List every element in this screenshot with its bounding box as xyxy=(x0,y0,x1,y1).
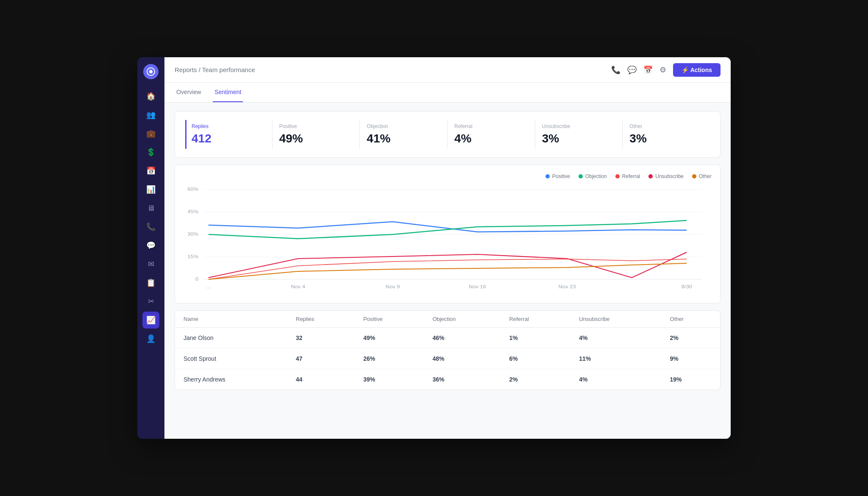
stat-referral-value: 4% xyxy=(454,132,528,145)
svg-text:60%: 60% xyxy=(187,187,198,192)
col-positive: Positive xyxy=(355,311,424,328)
stat-objection-label: Objection xyxy=(367,123,440,129)
sidebar-item-screen[interactable]: 🖥 xyxy=(142,200,159,217)
cell-unsubscribe-1: 11% xyxy=(570,348,661,369)
cell-name-0: Jane Olson xyxy=(175,328,287,348)
tab-overview[interactable]: Overview xyxy=(175,83,203,102)
cell-other-1: 9% xyxy=(662,348,720,369)
chart-container: Positive Objection Referral Unsubscribe xyxy=(175,164,721,304)
filter-icon[interactable]: ⚙ xyxy=(659,65,666,75)
sidebar-item-contacts[interactable]: 👥 xyxy=(142,106,159,123)
sidebar-item-home[interactable]: 🏠 xyxy=(142,88,159,105)
legend-unsubscribe: Unsubscribe xyxy=(648,173,684,179)
performance-table: Name Replies Positive Objection Referral… xyxy=(175,311,720,390)
cell-positive-0: 49% xyxy=(355,328,424,348)
svg-text:8/30: 8/30 xyxy=(682,284,693,290)
stat-positive: Positive 49% xyxy=(273,120,360,149)
legend-referral: Referral xyxy=(615,173,640,179)
sidebar-item-reports-alt[interactable]: 📊 xyxy=(142,181,159,198)
svg-text:0: 0 xyxy=(195,276,199,282)
table-container: Name Replies Positive Objection Referral… xyxy=(175,310,721,390)
sidebar-item-calendar[interactable]: 📅 xyxy=(142,162,159,179)
legend-dot-objection xyxy=(579,174,583,178)
logo[interactable] xyxy=(143,64,159,79)
legend-dot-other xyxy=(692,174,696,178)
legend-label-other: Other xyxy=(699,173,712,179)
actions-button[interactable]: ⚡ Actions xyxy=(673,63,721,77)
header-actions: 📞 💬 📅 ⚙ ⚡ Actions xyxy=(611,63,721,77)
calendar-icon[interactable]: 📅 xyxy=(643,65,653,75)
col-objection: Objection xyxy=(424,311,501,328)
legend-objection: Objection xyxy=(579,173,607,179)
svg-text:Nov 4: Nov 4 xyxy=(291,284,305,290)
stat-referral: Referral 4% xyxy=(448,120,535,149)
col-replies: Replies xyxy=(287,311,355,328)
chart-legend: Positive Objection Referral Unsubscribe xyxy=(184,173,712,179)
sidebar-item-profile[interactable]: 👤 xyxy=(142,330,159,347)
stats-card: Replies 412 Positive 49% Objection 41% R… xyxy=(175,111,721,158)
legend-dot-unsubscribe xyxy=(648,174,653,178)
cell-replies-0: 32 xyxy=(287,328,355,348)
stats-row: Replies 412 Positive 49% Objection 41% R… xyxy=(185,120,710,149)
stat-replies-label: Replies xyxy=(192,123,265,129)
stat-referral-label: Referral xyxy=(454,123,528,129)
sidebar-item-analytics[interactable]: 📈 xyxy=(142,312,159,329)
stat-positive-label: Positive xyxy=(279,123,353,129)
svg-text:Nov 16: Nov 16 xyxy=(469,284,486,290)
stat-unsubscribe: Unsubscribe 3% xyxy=(535,120,623,149)
sidebar-item-briefcase[interactable]: 💼 xyxy=(142,125,159,142)
chat-icon[interactable]: 💬 xyxy=(627,65,637,75)
svg-text:Nov 9: Nov 9 xyxy=(386,284,400,290)
table-row: Scott Sprout 47 26% 48% 6% 11% 9% xyxy=(175,348,720,369)
stat-positive-value: 49% xyxy=(279,132,353,145)
tabs: Overview Sentiment xyxy=(164,83,731,103)
svg-text:45%: 45% xyxy=(187,209,198,215)
sidebar-item-mail[interactable]: ✉ xyxy=(142,256,159,273)
stat-other-label: Other xyxy=(629,123,703,129)
legend-label-positive: Positive xyxy=(552,173,570,179)
cell-objection-0: 46% xyxy=(424,328,501,348)
table-row: Sherry Andrews 44 39% 36% 2% 4% 19% xyxy=(175,369,720,390)
cell-replies-1: 47 xyxy=(287,348,355,369)
stat-unsubscribe-value: 3% xyxy=(542,132,616,145)
svg-text:15%: 15% xyxy=(187,254,198,259)
dashboard: Replies 412 Positive 49% Objection 41% R… xyxy=(164,103,731,439)
svg-text:Nov 23: Nov 23 xyxy=(559,284,576,290)
cell-objection-2: 36% xyxy=(424,369,501,390)
stat-objection: Objection 41% xyxy=(360,120,448,149)
cell-name-2: Sherry Andrews xyxy=(175,369,287,390)
sidebar-item-phone[interactable]: 📞 xyxy=(142,218,159,235)
cell-unsubscribe-2: 4% xyxy=(570,369,661,390)
cell-referral-1: 6% xyxy=(501,348,571,369)
cell-unsubscribe-0: 4% xyxy=(570,328,661,348)
svg-text:...: ... xyxy=(206,284,211,290)
table-header-row: Name Replies Positive Objection Referral… xyxy=(175,311,720,328)
sidebar-item-clipboard[interactable]: 📋 xyxy=(142,274,159,291)
sidebar-item-revenue[interactable]: 💲 xyxy=(142,144,159,161)
sidebar-item-chat[interactable]: 💬 xyxy=(142,237,159,254)
sidebar: 🏠 👥 💼 💲 📅 📊 🖥 📞 💬 ✉ 📋 ✂ 📈 👤 xyxy=(137,57,164,439)
legend-label-unsubscribe: Unsubscribe xyxy=(655,173,684,179)
sidebar-item-tools[interactable]: ✂ xyxy=(142,293,159,310)
phone-icon[interactable]: 📞 xyxy=(611,65,620,75)
main-content: Reports / Team performance 📞 💬 📅 ⚙ ⚡ Act… xyxy=(164,57,731,439)
table-row: Jane Olson 32 49% 46% 1% 4% 2% xyxy=(175,328,720,348)
legend-dot-positive xyxy=(545,174,550,178)
svg-text:30%: 30% xyxy=(187,231,198,237)
stat-unsubscribe-label: Unsubscribe xyxy=(542,123,616,129)
table-body: Jane Olson 32 49% 46% 1% 4% 2% Scott Spr… xyxy=(175,328,720,390)
col-unsubscribe: Unsubscribe xyxy=(570,311,661,328)
legend-label-objection: Objection xyxy=(585,173,607,179)
cell-replies-2: 44 xyxy=(287,369,355,390)
cell-positive-2: 39% xyxy=(355,369,424,390)
cell-other-0: 2% xyxy=(662,328,720,348)
svg-point-1 xyxy=(149,70,153,73)
stat-objection-value: 41% xyxy=(367,132,440,145)
header: Reports / Team performance 📞 💬 📅 ⚙ ⚡ Act… xyxy=(164,57,731,83)
cell-referral-2: 2% xyxy=(501,369,571,390)
stat-replies-value: 412 xyxy=(192,132,265,145)
cell-objection-1: 48% xyxy=(424,348,501,369)
col-other: Other xyxy=(662,311,720,328)
tab-sentiment[interactable]: Sentiment xyxy=(213,83,243,102)
legend-positive: Positive xyxy=(545,173,570,179)
